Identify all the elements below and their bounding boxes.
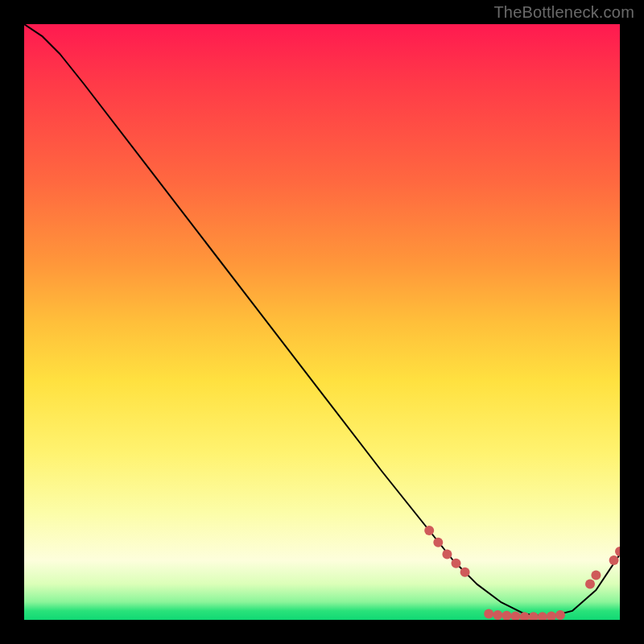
data-marker (502, 611, 511, 620)
data-marker (433, 538, 443, 547)
data-marker (615, 547, 620, 556)
data-marker (452, 559, 461, 568)
data-marker (520, 612, 530, 620)
data-marker (591, 571, 601, 580)
data-marker (609, 555, 619, 565)
data-marker (424, 526, 434, 535)
data-marker (529, 612, 539, 620)
data-marker (538, 612, 547, 620)
data-marker (484, 609, 493, 619)
plot-area (24, 24, 620, 620)
data-markers (424, 526, 620, 620)
watermark-text: TheBottleneck.com (493, 3, 634, 22)
data-marker (493, 610, 502, 620)
data-marker (555, 610, 565, 620)
data-marker (460, 568, 470, 577)
data-marker (585, 580, 595, 589)
bottleneck-curve (24, 24, 620, 617)
chart-overlay (24, 24, 620, 620)
data-marker (442, 550, 452, 559)
chart-stage: TheBottleneck.com (0, 0, 644, 644)
data-marker (511, 612, 521, 620)
data-marker (547, 612, 556, 620)
